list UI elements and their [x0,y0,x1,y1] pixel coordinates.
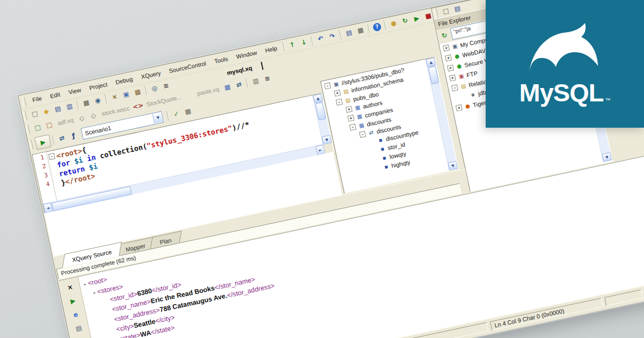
column-icon: ▪ [376,136,385,144]
pan-icon[interactable]: ● [387,17,400,30]
redo-icon[interactable]: ↷ [326,30,339,43]
validate-icon-glyph: ✓ [173,110,179,117]
scroll-down-button[interactable]: ▼ [602,152,612,162]
recent-file-adf[interactable]: adf.xq [55,116,76,127]
print-icon[interactable]: ▦ [354,24,367,37]
pan-icon-glyph: ● [390,19,397,27]
table-view-icon[interactable]: ▥ [250,75,262,87]
conn-icon: ▪ [469,91,477,98]
mysql-wordmark-text: MySQL [519,80,604,105]
tree-expander-icon[interactable]: + [346,106,353,113]
menu-edit[interactable]: Edit [46,89,65,101]
tree-expander-icon[interactable]: + [447,64,454,71]
tree-expander-icon[interactable]: + [449,75,456,82]
browser-preview-icon[interactable]: e [68,308,83,321]
run-scenario-button[interactable]: ▶ [34,134,52,150]
menu-view[interactable]: View [64,84,86,98]
xml-file-icon[interactable]: □ [43,119,56,131]
tree-expander-icon[interactable]: + [347,115,354,122]
find-icon[interactable]: ◎ [148,82,161,95]
xml-file-icon-glyph: □ [46,121,53,129]
run-icon[interactable]: ▶ [411,12,423,25]
mapper-view-icon[interactable]: ⇄ [232,78,245,91]
line-number: 4 [38,179,54,190]
results-grid-icon[interactable]: ▦ [181,105,194,118]
validate-icon[interactable]: ✓ [170,107,183,120]
vcs-put-icon-glyph: ↓ [301,39,307,46]
tree-expander-icon[interactable]: - [336,99,343,106]
scroll-down-button[interactable]: ▼ [448,161,458,171]
tree-expander-icon[interactable]: - [359,131,366,138]
tree-expander-icon[interactable]: + [456,105,463,112]
toolbar-grip[interactable] [29,139,34,150]
help-icon[interactable]: ? [372,22,382,32]
toolbar-grip[interactable] [26,124,31,135]
close-output-icon[interactable]: × [63,281,78,294]
print-icon-glyph: ▦ [357,26,364,34]
cut-icon[interactable]: × [108,91,121,104]
save-icon[interactable]: ▤ [342,26,355,39]
fe-save-icon-glyph: ▤ [453,5,461,12]
toolbar-divider [311,36,314,46]
toolbar-divider [105,94,108,104]
menu-grip[interactable] [22,97,27,107]
vcs-put-icon[interactable]: ↓ [297,36,310,49]
undo-icon[interactable]: ↶ [314,32,327,45]
grid-view-icon[interactable]: ▦ [221,81,234,94]
tree-expander-icon[interactable]: - [451,84,458,91]
text-lines-icon[interactable]: ≡ [261,72,274,85]
webdav-icon: ● [453,53,462,60]
tree-expander-icon[interactable]: + [443,45,450,52]
print-doc-icon[interactable]: ▦ [80,97,93,109]
refresh-icon-glyph: ↻ [402,17,408,25]
column-icon: ▪ [380,154,389,161]
recent-file-paste[interactable]: paste.xq [194,85,222,97]
collapse-toggle[interactable]: - [83,280,86,288]
fe-refresh-icon[interactable]: ↻ [438,29,451,42]
collapse-toggle[interactable]: - [92,289,96,297]
fe-doc-icon-glyph: □ [442,8,450,15]
open-file-icon[interactable]: ◆ [40,105,53,118]
mysql-brand-box: MySQL ™ [486,0,644,128]
save-all-icon-glyph: ▥ [66,102,74,110]
function-icon[interactable]: ƒ [67,129,80,142]
scrollbar-thumb[interactable] [315,102,326,120]
run-icon-glyph: ▶ [414,14,420,22]
outline-icon[interactable]: ≡ [159,79,172,92]
save-result-icon[interactable]: ▤ [71,322,86,335]
xquery-file-icon[interactable]: □ [31,121,44,134]
paste-icon[interactable]: ▩ [131,86,144,99]
save-file-icon[interactable]: ▤ [52,102,64,115]
web-service-icon[interactable]: <> [131,100,144,113]
insertion-caret [260,62,263,70]
toolbar-grip[interactable] [434,8,438,18]
save-all-icon[interactable]: ▥ [63,100,76,113]
refresh-icon[interactable]: ↻ [399,14,412,27]
menu-file[interactable]: File [28,93,47,106]
run-result-icon-glyph: ▶ [70,297,76,305]
mapper-view-icon-glyph: ⇄ [236,81,242,89]
tree-expander-icon[interactable]: - [324,83,331,90]
vcs-get-icon[interactable]: ↑ [286,39,299,52]
column-icon: ▪ [378,145,387,153]
wsdl-icon-glyph: ◇ [90,112,97,120]
fold-toggle-icon[interactable]: - [48,153,55,160]
scrollbar-thumb[interactable] [428,66,439,84]
new-xquery-icon[interactable]: □ [28,107,41,120]
find-icon-glyph: ◎ [151,85,158,92]
tree-expander-icon[interactable]: + [334,90,341,97]
tree-expander-icon[interactable]: + [445,55,452,62]
webdav-icon: ● [455,62,464,70]
run-result-icon[interactable]: ▶ [65,295,80,308]
toolbar-grip[interactable] [23,111,27,121]
tree-expander-icon[interactable]: - [349,123,356,130]
table-icon: ▦ [355,113,364,120]
result-token: WA [140,329,152,338]
preview-icon[interactable]: ◉ [91,94,104,107]
wsdl-icon[interactable]: ◇ [87,109,100,122]
mapping-icon[interactable]: ⇄ [55,132,68,145]
menu-help[interactable]: Help [260,42,282,56]
schema-icon[interactable]: ◇ [75,112,88,124]
copy-icon[interactable]: ▣ [120,88,133,101]
dropdown-arrow-icon[interactable]: ▼ [152,112,163,123]
